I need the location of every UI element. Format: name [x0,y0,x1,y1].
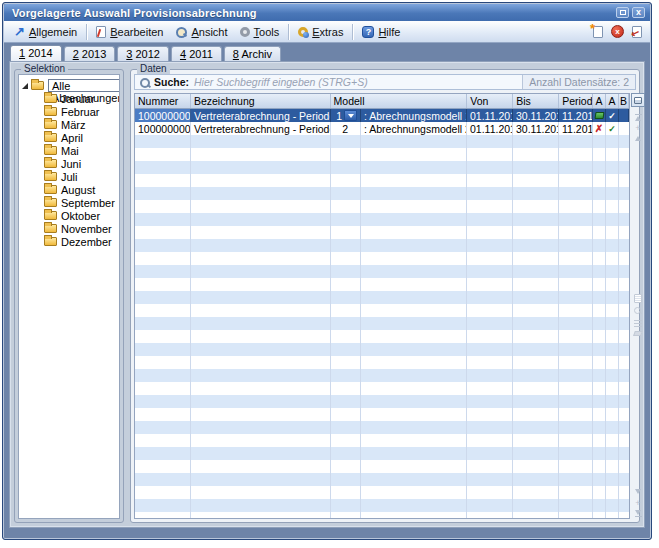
tree-item-root[interactable]: Alle Abrechnungen [19,79,119,92]
scroll-plus-button[interactable]: + [635,497,640,508]
tab-2013[interactable]: 2 2013 [64,46,116,61]
tree-item-label: Februar [61,106,100,118]
menu-ansicht-label: Ansicht [191,26,227,38]
empty-row [135,330,629,343]
menu-ansicht[interactable]: Ansicht [169,24,233,40]
cell-nummer: 1000000000 [135,109,191,122]
tab-2014[interactable]: 1 2014 [10,45,62,61]
folder-icon [44,159,57,168]
table-row[interactable]: 1000000001 Vertreterabrechnung - Periode… [135,122,629,135]
tree-item-month[interactable]: August [19,183,119,196]
check-icon: ✓ [608,124,616,134]
col-header-bis[interactable]: Bis [513,94,559,108]
table-row-selected[interactable]: 1000000000 Vertreterabrechnung - Periode… [135,109,629,122]
folder-icon [31,81,44,90]
close-icon: x [636,8,641,17]
tree-item-month[interactable]: Dezember [19,235,119,248]
scroll-first-button[interactable] [635,111,642,122]
close-button[interactable]: x [632,7,645,18]
tree-item-label: Juli [61,171,78,183]
new-record-icon[interactable]: * [593,26,603,38]
menu-tools[interactable]: Tools [234,24,286,40]
tree-item-label: Oktober [61,210,100,222]
abort-icon[interactable]: x [611,25,624,38]
tree-item-label: April [61,132,83,144]
scroll-down-button[interactable] [635,486,641,497]
folder-icon [44,133,57,142]
tree-item-month[interactable]: Juli [19,170,119,183]
green-flag-icon [594,112,604,119]
edit-icon [96,26,106,38]
tree-item-month[interactable]: Mai [19,144,119,157]
empty-row [135,291,629,304]
zoom-icon[interactable] [634,307,643,316]
cell-modell: 1 [331,109,361,122]
tree-item-label: Juni [61,158,81,170]
titlebar[interactable]: Vorgelagerte Auswahl Provisionsabrechnun… [4,4,650,21]
col-header-b[interactable]: B [619,94,629,108]
menu-allgemein[interactable]: ↗ Allgemein [8,23,83,40]
cell-a2: ✓ [606,109,619,122]
layout-icon[interactable] [634,294,642,303]
tree-item-month[interactable]: September [19,196,119,209]
folder-icon [44,211,57,220]
tab-page: Selektion Alle Abrechnungen JanuarFebrua… [9,61,645,528]
tree-item-month[interactable]: März [19,118,119,131]
col-header-a1[interactable]: A [593,94,606,108]
menu-tools-label: Tools [254,26,280,38]
menu-toolbar: ↗ Allgemein Bearbeiten Ansicht Tools Ext… [4,21,650,43]
col-header-von[interactable]: Von [467,94,513,108]
extras-gear-icon [298,27,308,37]
empty-row [135,512,629,519]
col-header-a2[interactable]: A [606,94,619,108]
modell-dropdown-button[interactable] [344,110,357,121]
tab-archiv[interactable]: 8 Archiv [224,46,281,61]
tree-item-month[interactable]: Juni [19,157,119,170]
tab-2011[interactable]: 4 2011 [171,46,222,61]
search-input[interactable]: Suche: Hier Suchbegriff eingeben (STRG+S… [134,74,636,90]
folder-icon [44,198,57,207]
empty-row [135,304,629,317]
scroll-last-button[interactable] [635,508,642,519]
col-header-nummer[interactable]: Nummer [135,94,191,108]
col-header-periode[interactable]: Periode [559,94,593,108]
list-icon[interactable] [634,320,642,327]
tree-expander-icon[interactable] [22,83,28,89]
scroll-up-button[interactable] [635,133,641,144]
menu-bearbeiten-label: Bearbeiten [110,26,163,38]
exit-icon[interactable]: ↗ [632,26,642,38]
folder-icon [44,146,57,155]
folder-icon [44,107,57,116]
menu-hilfe[interactable]: ? Hilfe [356,24,406,40]
cell-b [619,109,629,122]
tab-2012[interactable]: 3 2012 [117,46,169,61]
restore-icon [620,10,626,15]
empty-row [135,187,629,200]
folder-icon [44,185,57,194]
menu-extras[interactable]: Extras [292,24,349,40]
tree-item-month[interactable]: November [19,222,119,235]
col-header-modell[interactable]: Modell [331,94,468,108]
data-grid: Nummer Bezeichnung Modell Von Bis Period… [134,93,630,519]
selektion-groupbox: Selektion Alle Abrechnungen JanuarFebrua… [14,69,124,523]
menu-bearbeiten[interactable]: Bearbeiten [90,24,169,40]
cell-nummer: 1000000001 [135,122,191,135]
cell-periode: 11.2014 [559,122,593,135]
grid-area: Nummer Bezeichnung Modell Von Bis Period… [134,93,636,519]
scroll-add-button[interactable]: + [635,122,640,133]
tree-item-month[interactable]: Februar [19,105,119,118]
window-title: Vorgelagerte Auswahl Provisionsabrechnun… [4,7,257,19]
daten-groupbox: Daten Suche: Hier Suchbegriff eingeben (… [130,69,640,523]
restore-button[interactable] [616,7,629,18]
tree-item-month[interactable]: April [19,131,119,144]
col-header-bezeichnung[interactable]: Bezeichnung [191,94,331,108]
filter-clear-icon[interactable] [633,331,643,336]
empty-row [135,473,629,486]
column-chooser-button[interactable] [631,93,645,107]
toolbar-separator [86,24,87,40]
empty-row [135,174,629,187]
tree-item-month[interactable]: Oktober [19,209,119,222]
red-x-icon: ✗ [595,124,603,134]
tree-item-label: Mai [61,145,79,157]
cell-von: 01.11.2014 [467,122,513,135]
